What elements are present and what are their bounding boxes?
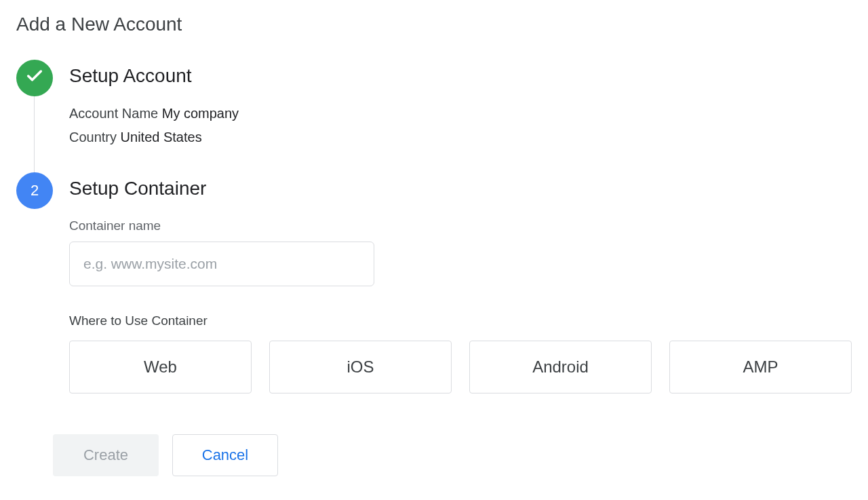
step-indicator-active: 2 — [16, 172, 53, 209]
step-title-setup-container: Setup Container — [69, 172, 852, 199]
stepper: Setup Account Account Name My company Co… — [16, 60, 852, 412]
account-name-summary: Account Name My company — [69, 106, 852, 121]
step-title-setup-account: Setup Account — [69, 60, 852, 87]
country-label: Country — [69, 130, 117, 145]
page-title: Add a New Account — [16, 14, 852, 35]
check-icon — [25, 66, 44, 90]
option-web[interactable]: Web — [69, 341, 252, 393]
step-indicator-done — [16, 60, 53, 96]
container-name-label: Container name — [69, 218, 852, 233]
option-android[interactable]: Android — [469, 341, 652, 393]
container-name-group: Container name — [69, 218, 852, 286]
cancel-button[interactable]: Cancel — [172, 434, 278, 476]
option-amp[interactable]: AMP — [669, 341, 852, 393]
account-name-label: Account Name — [69, 106, 158, 121]
container-usage-group: Where to Use Container Web iOS Android A… — [69, 313, 852, 393]
container-usage-options: Web iOS Android AMP — [69, 341, 852, 393]
container-name-input[interactable] — [69, 242, 374, 286]
account-name-value: My company — [162, 106, 239, 121]
step-setup-container: 2 Setup Container Container name Where t… — [16, 172, 852, 412]
where-to-use-label: Where to Use Container — [69, 313, 852, 328]
country-summary: Country United States — [69, 130, 852, 145]
form-actions: Create Cancel — [16, 434, 852, 476]
option-ios[interactable]: iOS — [269, 341, 452, 393]
step-number: 2 — [31, 182, 39, 199]
step-setup-account: Setup Account Account Name My company Co… — [16, 60, 852, 172]
create-button[interactable]: Create — [53, 434, 159, 476]
country-value: United States — [121, 130, 202, 145]
